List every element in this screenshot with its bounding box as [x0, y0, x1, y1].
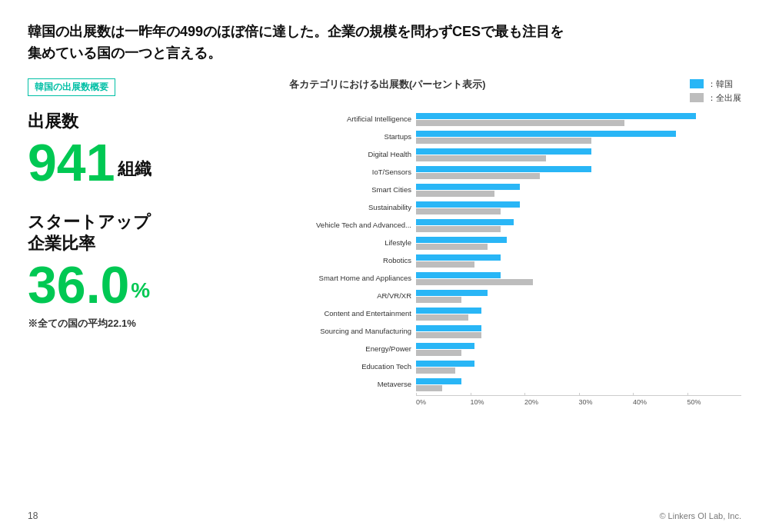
bar-label: Vehicle Tech and Advanced...	[289, 221, 416, 229]
bar-row: Lifestyle	[289, 235, 741, 251]
bars-container	[416, 288, 741, 304]
bar-label: Smart Home and Appliances	[289, 274, 416, 282]
stat2-value: 36.0	[28, 258, 129, 311]
left-panel: 韓国の出展数概要 出展数 941組織 スタートアップ 企業比率 36.0% ※全…	[28, 78, 274, 406]
bar-row: Artificial Intelligence	[289, 111, 741, 127]
bar-label: Lifestyle	[289, 238, 416, 247]
legend-korea: ：韓国	[690, 78, 741, 90]
bar-row: Sustainability	[289, 200, 741, 215]
legend-korea-label: ：韓国	[707, 78, 733, 90]
bar-label: Startups	[289, 132, 416, 141]
page-number: 18	[28, 510, 38, 521]
bar-all	[416, 173, 540, 179]
bar-row: Smart Home and Appliances	[289, 271, 741, 286]
footer: 18 © Linkers OI Lab, Inc.	[28, 510, 741, 521]
bar-all	[416, 261, 474, 268]
bar-label: Energy/Power	[289, 344, 416, 353]
bar-korea	[416, 219, 514, 225]
stat1-unit: 組織	[118, 158, 151, 188]
bar-row: Smart Cities	[289, 182, 741, 198]
bar-korea	[416, 148, 591, 155]
bar-korea	[416, 343, 474, 349]
legend: ：韓国 ：全出展	[690, 78, 741, 104]
bar-all	[416, 244, 488, 250]
bar-all	[416, 138, 591, 144]
bar-all	[416, 279, 533, 285]
bar-row: Vehicle Tech and Advanced...	[289, 218, 741, 233]
bars-container	[416, 306, 741, 321]
bar-row: Content and Entertainment	[289, 306, 741, 321]
section-label: 韓国の出展数概要	[28, 78, 115, 96]
bars-container	[416, 253, 741, 268]
bar-label: Metaverse	[289, 380, 416, 388]
chart-header: 各カテゴリにおける出展数(パーセント表示) ：韓国 ：全出展	[289, 78, 741, 104]
stat-block-startup: スタートアップ 企業比率 36.0% ※全ての国の平均22.1%	[28, 211, 274, 331]
x-tick: 20%	[524, 396, 579, 406]
bar-korea	[416, 254, 501, 261]
chart-title: 各カテゴリにおける出展数(パーセント表示)	[289, 78, 690, 91]
bar-korea	[416, 325, 481, 331]
bar-korea	[416, 290, 488, 296]
bar-all	[416, 385, 442, 391]
bar-korea	[416, 272, 501, 278]
bar-all	[416, 208, 501, 214]
bars-container	[416, 129, 741, 145]
page-container: 韓国の出展数は一昨年の499のほぼ倍に達した。企業の規模を問わずCESで最も注目…	[0, 0, 769, 532]
x-tick: 40%	[633, 396, 687, 406]
bar-label: Digital Health	[289, 150, 416, 158]
x-axis: 0%10%20%30%40%50%	[416, 395, 741, 406]
bar-row: Robotics	[289, 253, 741, 268]
bars-container	[416, 341, 741, 357]
bar-row: Metaverse	[289, 377, 741, 392]
bar-all	[416, 191, 494, 197]
legend-korea-box	[690, 79, 704, 88]
bar-row: Energy/Power	[289, 341, 741, 357]
bar-row: Sourcing and Manufacturing	[289, 324, 741, 339]
bar-all	[416, 314, 468, 321]
bar-label: IoT/Sensors	[289, 168, 416, 176]
bar-korea	[416, 166, 591, 172]
stat2-label: スタートアップ 企業比率	[28, 211, 274, 255]
copyright: © Linkers OI Lab, Inc.	[659, 511, 741, 520]
legend-all-label: ：全出展	[707, 92, 741, 104]
bars-container	[416, 377, 741, 392]
bar-all	[416, 120, 624, 126]
bar-row: Education Tech	[289, 359, 741, 374]
stat2-note: ※全ての国の平均22.1%	[28, 317, 274, 331]
bars-container	[416, 200, 741, 215]
stat2-value-row: 36.0%	[28, 258, 274, 311]
bar-all	[416, 297, 461, 303]
stat1-value: 941	[28, 136, 115, 188]
bar-row: AR/VR/XR	[289, 288, 741, 304]
bar-all	[416, 350, 461, 356]
bar-korea	[416, 361, 474, 367]
x-tick: 50%	[687, 396, 742, 406]
bar-label: Sustainability	[289, 203, 416, 211]
bars-container	[416, 111, 741, 127]
content-area: 韓国の出展数概要 出展数 941組織 スタートアップ 企業比率 36.0% ※全…	[28, 78, 741, 406]
bar-korea	[416, 131, 676, 137]
x-tick: 10%	[471, 396, 525, 406]
bar-label: Sourcing and Manufacturing	[289, 327, 416, 335]
chart-area: Artificial IntelligenceStartupsDigital H…	[289, 111, 741, 406]
x-tick: 0%	[416, 396, 471, 406]
bars-container	[416, 235, 741, 251]
bar-row: Startups	[289, 129, 741, 145]
right-panel: 各カテゴリにおける出展数(パーセント表示) ：韓国 ：全出展 Artificia…	[274, 78, 741, 406]
bar-korea	[416, 378, 461, 384]
bar-all	[416, 155, 546, 161]
bars-container	[416, 359, 741, 374]
bar-all	[416, 332, 481, 338]
legend-all-box	[690, 93, 704, 102]
bar-row: Digital Health	[289, 147, 741, 162]
bar-row: IoT/Sensors	[289, 165, 741, 180]
bar-korea	[416, 237, 507, 243]
bar-all	[416, 226, 501, 232]
bar-korea	[416, 184, 520, 190]
stat-block-count: 出展数 941組織	[28, 110, 274, 188]
legend-all: ：全出展	[690, 92, 741, 104]
headline: 韓国の出展数は一昨年の499のほぼ倍に達した。企業の規模を問わずCESで最も注目…	[28, 22, 741, 65]
bar-chart: Artificial IntelligenceStartupsDigital H…	[289, 111, 741, 392]
bars-container	[416, 165, 741, 180]
bars-container	[416, 324, 741, 339]
